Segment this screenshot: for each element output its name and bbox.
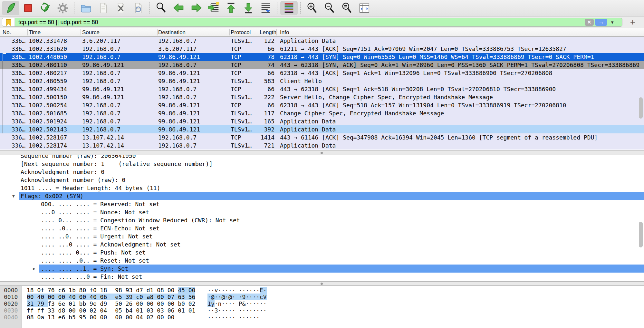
detail-line[interactable]: Acknowledgment number: 0 bbox=[0, 168, 644, 176]
column-header-length[interactable]: Length bbox=[260, 28, 276, 36]
go-next-button[interactable] bbox=[187, 1, 205, 15]
stop-capture-button[interactable] bbox=[19, 1, 37, 15]
packet-row[interactable]: 336…1002.501685192.168.0.799.86.49.121TL… bbox=[0, 109, 644, 117]
detail-line[interactable]: .... .... 0... = Push: Not set bbox=[0, 248, 644, 256]
start-capture-button[interactable] bbox=[2, 1, 19, 15]
cell-len: 117 bbox=[257, 109, 274, 117]
details-scrollbar[interactable] bbox=[639, 222, 643, 247]
go-first-button[interactable] bbox=[222, 1, 240, 15]
detail-line[interactable]: .... .0.. .... = ECN-Echo: Not set bbox=[0, 224, 644, 232]
resize-columns-button[interactable] bbox=[356, 1, 373, 15]
column-header-source[interactable]: Source bbox=[82, 28, 100, 36]
detail-text: Sequence number (raw): 2005041950 bbox=[21, 155, 136, 159]
ascii-char: · bbox=[211, 287, 215, 294]
cell-dest: 3.6.207.117 bbox=[158, 45, 228, 53]
detail-line[interactable]: Sequence number (raw): 2005041950 bbox=[0, 155, 644, 160]
ascii-char: · bbox=[253, 287, 256, 294]
cell-len: 392 bbox=[257, 125, 274, 133]
column-divider[interactable] bbox=[27, 29, 28, 35]
collapse-arrow-icon[interactable]: ▼ bbox=[12, 192, 15, 200]
filter-add-button[interactable]: + bbox=[626, 17, 640, 27]
detail-line[interactable]: [Next sequence number: 1 (relative seque… bbox=[0, 160, 644, 168]
packet-row[interactable]: 336…1002.331620192.168.0.73.6.207.117TCP… bbox=[0, 45, 644, 53]
filter-apply-button[interactable]: → bbox=[595, 19, 607, 26]
detail-line[interactable]: 000. .... .... = Reserved: Not set bbox=[0, 200, 644, 208]
detail-line[interactable]: .... ..0. .... = Urgent: Not set bbox=[0, 232, 644, 240]
packet-row[interactable]: 336…1002.49943499.86.49.121192.168.0.7TC… bbox=[0, 85, 644, 93]
packet-row[interactable]: 336…1002.50015099.86.49.121192.168.0.7TL… bbox=[0, 93, 644, 101]
find-packet-button[interactable] bbox=[153, 1, 170, 15]
column-header-no[interactable]: No. bbox=[3, 28, 11, 36]
reload-file-button[interactable] bbox=[130, 1, 147, 15]
auto-scroll-button[interactable] bbox=[257, 1, 274, 15]
packet-row[interactable]: 336…1002.501924192.168.0.799.86.49.121TL… bbox=[0, 117, 644, 125]
hex-row[interactable]: 001000 40 00 00 40 00 40 06 e5 39 c0 a8 … bbox=[0, 294, 644, 300]
cell-time: 1002.501924 bbox=[29, 117, 80, 125]
packet-row[interactable]: 336…1002.448050192.168.0.799.86.49.121TC… bbox=[0, 53, 644, 61]
packet-row[interactable]: 336…1002.480217192.168.0.799.86.49.121TC… bbox=[0, 69, 644, 77]
hex-row[interactable]: 000018 0f 76 c6 1b 80 f0 18 98 93 d7 d1 … bbox=[0, 287, 644, 294]
colorize-packets-button[interactable] bbox=[280, 1, 298, 15]
packet-row[interactable]: 336…1002.48011099.86.49.121192.168.0.7TC… bbox=[0, 61, 644, 69]
detail-line[interactable]: ▶.... .... ..1. = Syn: Set bbox=[0, 265, 644, 273]
hex-row[interactable]: 002031 79 f3 6e 01 bb 9e d9 50 26 00 00 … bbox=[0, 300, 644, 307]
cell-time: 1002.448050 bbox=[29, 53, 80, 61]
column-header-info[interactable]: Info bbox=[280, 28, 289, 36]
column-header-destination[interactable]: Destination bbox=[158, 28, 186, 36]
open-file-button[interactable] bbox=[77, 1, 95, 15]
column-header-time[interactable]: Time bbox=[29, 28, 41, 36]
packet-row[interactable]: 336…1002.480559192.168.0.799.86.49.121TL… bbox=[0, 77, 644, 85]
packet-row[interactable]: 336…1002.502143192.168.0.799.86.49.121TL… bbox=[0, 125, 644, 133]
display-filter-input[interactable]: tcp.port == 80 || udp.port == 80 ✕ → ▼ bbox=[2, 18, 622, 27]
go-to-packet-button[interactable] bbox=[205, 1, 222, 15]
detail-line[interactable]: ▼Flags: 0x002 (SYN) bbox=[0, 192, 644, 200]
ascii-char: · bbox=[242, 314, 246, 321]
column-divider[interactable] bbox=[229, 29, 230, 35]
detail-line[interactable]: .... 0... .... = Congestion Window Reduc… bbox=[0, 216, 644, 224]
zoom-original-icon bbox=[340, 1, 354, 15]
splitter-handle-icon bbox=[321, 152, 323, 154]
splitter-list-details[interactable] bbox=[0, 150, 644, 155]
detail-line[interactable]: .... .... .0.. = Reset: Not set bbox=[0, 256, 644, 265]
packet-row[interactable]: 336…1002.3314783.6.207.117192.168.0.7TLS… bbox=[0, 37, 644, 45]
hex-byte: 00 bbox=[136, 300, 147, 307]
filter-value[interactable]: tcp.port == 80 || udp.port == 80 bbox=[18, 18, 98, 26]
splitter-details-hex[interactable] bbox=[0, 281, 644, 286]
detail-line[interactable]: 1011 .... = Header Length: 44 bytes (11) bbox=[0, 184, 644, 192]
filter-dropdown-button[interactable]: ▼ bbox=[610, 18, 614, 27]
detail-line[interactable]: .... .... ...0 = Fin: Not set bbox=[0, 273, 644, 281]
cell-proto: TCP bbox=[231, 45, 257, 53]
close-file-button[interactable] bbox=[112, 1, 130, 15]
ascii-char: · bbox=[232, 307, 235, 314]
ascii-char: · bbox=[253, 300, 256, 307]
zoom-original-button[interactable] bbox=[338, 1, 356, 15]
expand-arrow-icon[interactable]: ▶ bbox=[33, 265, 35, 273]
detail-line[interactable]: Acknowledgment number (raw): 0 bbox=[0, 176, 644, 184]
save-file-button[interactable] bbox=[95, 1, 112, 15]
column-divider[interactable] bbox=[276, 29, 277, 35]
go-previous-button[interactable] bbox=[170, 1, 187, 15]
packet-row[interactable]: 336…1002.500254192.168.0.799.86.49.121TC… bbox=[0, 101, 644, 109]
column-divider[interactable] bbox=[157, 29, 158, 35]
hex-row[interactable]: 0030ff ff 33 d8 00 00 02 04 05 b4 01 03 … bbox=[0, 307, 644, 314]
column-divider[interactable] bbox=[258, 29, 258, 35]
column-header-protocol[interactable]: Protocol bbox=[231, 28, 251, 36]
zoom-in-button[interactable] bbox=[303, 1, 321, 15]
go-last-button[interactable] bbox=[240, 1, 257, 15]
capture-options-button[interactable] bbox=[54, 1, 72, 15]
detail-line[interactable]: ...0 .... .... = Nonce: Not set bbox=[0, 208, 644, 216]
restart-capture-button[interactable] bbox=[37, 1, 54, 15]
filter-clear-button[interactable]: ✕ bbox=[585, 19, 594, 26]
hex-byte: 01 bbox=[69, 300, 79, 307]
hex-byte: 33 bbox=[48, 307, 58, 314]
detail-line[interactable]: .... ...0 .... = Acknowledgment: Not set bbox=[0, 240, 644, 248]
column-divider[interactable] bbox=[81, 29, 81, 35]
detail-text: 000. .... .... = Reserved: Not set bbox=[41, 201, 159, 207]
zoom-out-button[interactable] bbox=[321, 1, 338, 15]
ascii-char: · bbox=[249, 300, 253, 307]
filter-bookmark-button[interactable] bbox=[2, 18, 15, 26]
packet-list-scrollbar[interactable] bbox=[639, 97, 643, 119]
packet-row[interactable]: 336…1002.52817413.107.42.14192.168.0.7TL… bbox=[0, 141, 644, 150]
hex-row[interactable]: 004008 0a 13 e6 b5 95 00 00 00 00 04 02 … bbox=[0, 314, 644, 321]
packet-row[interactable]: 336…1002.52816713.107.42.14192.168.0.7TC… bbox=[0, 133, 644, 141]
